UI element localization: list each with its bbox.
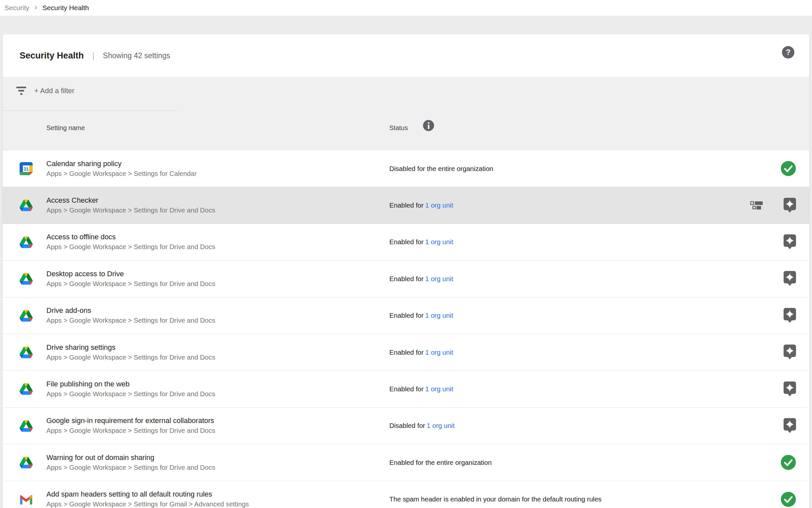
status-text: Enabled for [389, 275, 424, 283]
calendar-icon: 31 [19, 162, 33, 175]
table-row[interactable]: Drive sharing settings Apps > Google Wor… [3, 334, 809, 370]
org-unit-link[interactable]: 1 org unit [425, 385, 453, 393]
table-row[interactable]: Access to offline docs Apps > Google Wor… [3, 224, 809, 260]
setting-name: Drive sharing settings [46, 343, 215, 352]
status-text: Enabled for [389, 348, 424, 356]
recommendation-badge-icon[interactable] [783, 418, 796, 433]
setting-path: Apps > Google Workspace > Settings for D… [46, 242, 215, 252]
setting-name: Calendar sharing policy [46, 159, 197, 169]
recommendation-badge-icon[interactable] [783, 235, 796, 250]
setting-name: Access Checker [46, 196, 215, 205]
setting-path: Apps > Google Workspace > Settings for D… [46, 352, 215, 362]
table-row[interactable]: Access Checker Apps > Google Workspace >… [3, 187, 809, 223]
settings-count: Showing 42 settings [103, 51, 170, 60]
status-text: Enabled for [389, 385, 424, 393]
drive-icon [19, 382, 33, 395]
org-units-icon[interactable] [750, 201, 763, 210]
setting-cell: File publishing on the web Apps > Google… [46, 379, 215, 399]
column-header-setting-name: Setting name [46, 124, 85, 132]
org-unit-link[interactable]: 1 org unit [425, 275, 453, 283]
filter-bar: + Add a filter [3, 77, 809, 111]
table-row[interactable]: Add spam headers setting to all default … [3, 481, 809, 508]
row-trailing-icons [783, 260, 796, 297]
org-unit-link[interactable]: 1 org unit [427, 422, 455, 429]
breadcrumb-security-link[interactable]: Security [5, 4, 30, 12]
setting-path: Apps > Google Workspace > Settings for D… [46, 389, 215, 399]
setting-name: Desktop access to Drive [46, 269, 215, 279]
org-unit-link[interactable]: 1 org unit [425, 348, 453, 356]
status-cell: The spam header is enabled in your domai… [389, 495, 602, 503]
filter-icon[interactable] [16, 86, 28, 97]
status-info-icon[interactable] [423, 120, 434, 133]
breadcrumb-chevron-icon: › [35, 3, 37, 12]
setting-name: Access to offline docs [46, 232, 215, 242]
drive-icon [19, 419, 33, 432]
status-text: Enabled for [389, 238, 424, 246]
breadcrumb-current: Security Health [42, 4, 89, 12]
status-ok-check-icon [781, 161, 796, 176]
status-text: The spam header is enabled in your domai… [389, 495, 602, 503]
status-cell: Enabled for1 org unit [389, 385, 453, 393]
table-row[interactable]: Google sign-in requirement for external … [3, 407, 809, 444]
table-row[interactable]: File publishing on the web Apps > Google… [3, 370, 809, 407]
recommendation-badge-icon[interactable] [783, 381, 796, 397]
org-unit-link[interactable]: 1 org unit [425, 201, 453, 209]
setting-cell: Drive add-ons Apps > Google Workspace > … [46, 306, 215, 325]
status-cell: Disabled for the entire organization [389, 165, 493, 173]
page-title: Security Health [19, 51, 84, 61]
recommendation-badge-icon[interactable] [783, 198, 796, 213]
setting-name: File publishing on the web [46, 379, 215, 389]
drive-icon [19, 309, 33, 322]
status-cell: Enabled for1 org unit [389, 348, 453, 356]
row-trailing-icons [783, 408, 796, 444]
row-trailing-icons [783, 224, 796, 260]
setting-path: Apps > Google Workspace > Settings for C… [46, 169, 197, 178]
row-trailing-icons [783, 371, 796, 407]
setting-cell: Calendar sharing policy Apps > Google Wo… [46, 159, 197, 178]
help-icon[interactable]: ? [782, 46, 794, 58]
setting-path: Apps > Google Workspace > Settings for G… [46, 499, 249, 508]
security-health-card: Security Health | Showing 42 settings ? … [3, 34, 809, 508]
row-trailing-icons [750, 187, 796, 223]
drive-icon [19, 272, 33, 285]
setting-cell: Desktop access to Drive Apps > Google Wo… [46, 269, 215, 289]
settings-table: 31 Calendar sharing policy Apps > Google… [3, 150, 809, 508]
gmail-icon [19, 493, 33, 506]
recommendation-badge-icon[interactable] [783, 271, 796, 286]
table-row[interactable]: Warning for out of domain sharing Apps >… [3, 444, 809, 480]
row-trailing-icons [783, 297, 796, 334]
add-filter-button[interactable]: + Add a filter [34, 87, 75, 95]
setting-name: Drive add-ons [46, 306, 215, 315]
setting-cell: Add spam headers setting to all default … [46, 490, 249, 508]
setting-path: Apps > Google Workspace > Settings for D… [46, 205, 215, 215]
drive-icon [19, 456, 33, 469]
status-cell: Enabled for1 org unit [389, 238, 453, 246]
org-unit-link[interactable]: 1 org unit [425, 238, 453, 246]
status-cell: Enabled for1 org unit [389, 201, 453, 209]
setting-cell: Warning for out of domain sharing Apps >… [46, 453, 215, 472]
status-cell: Enabled for the entire organization [389, 459, 491, 466]
status-text: Enabled for the entire organization [389, 459, 491, 466]
filter-and-header-band: + Add a filter Setting name Status [3, 77, 809, 150]
org-unit-link[interactable]: 1 org unit [425, 311, 453, 319]
table-row[interactable]: Drive add-ons Apps > Google Workspace > … [3, 297, 809, 334]
table-row[interactable]: 31 Calendar sharing policy Apps > Google… [3, 150, 809, 187]
setting-path: Apps > Google Workspace > Settings for D… [46, 463, 215, 472]
row-trailing-icons [781, 151, 796, 187]
setting-cell: Access Checker Apps > Google Workspace >… [46, 196, 215, 215]
row-trailing-icons [781, 444, 796, 480]
security-health-page: Security › Security Health Security Heal… [0, 0, 812, 508]
status-text: Disabled for [389, 422, 425, 429]
table-header-row: Setting name Status [3, 111, 809, 150]
recommendation-badge-icon[interactable] [783, 308, 796, 323]
column-header-status: Status [389, 124, 408, 132]
breadcrumb: Security › Security Health [0, 0, 812, 16]
recommendation-badge-icon[interactable] [783, 345, 796, 360]
table-row[interactable]: Desktop access to Drive Apps > Google Wo… [3, 260, 809, 297]
setting-cell: Google sign-in requirement for external … [46, 416, 215, 435]
status-ok-check-icon [781, 455, 796, 470]
setting-cell: Access to offline docs Apps > Google Wor… [46, 232, 215, 252]
card-header: Security Health | Showing 42 settings ? [3, 34, 809, 77]
setting-name: Add spam headers setting to all default … [46, 490, 249, 499]
setting-name: Google sign-in requirement for external … [46, 416, 215, 426]
